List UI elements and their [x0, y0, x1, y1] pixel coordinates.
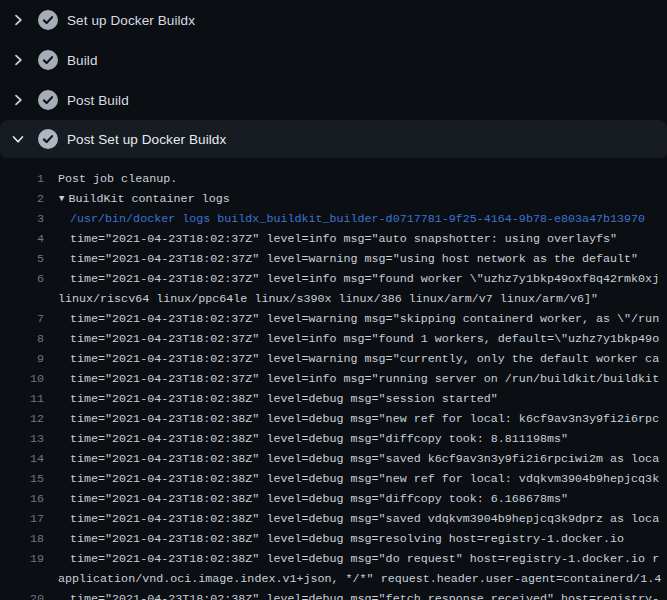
line-number[interactable]: 2: [0, 189, 44, 209]
line-number[interactable]: 17: [0, 509, 44, 529]
log-line: 19time="2021-04-23T18:02:38Z" level=debu…: [0, 549, 667, 569]
log-line: 9time="2021-04-23T18:02:37Z" level=warni…: [0, 349, 667, 369]
log-text: time="2021-04-23T18:02:38Z" level=debug …: [70, 389, 498, 409]
log-line: 20time="2021-04-23T18:02:38Z" level=debu…: [0, 589, 667, 600]
line-number[interactable]: 1: [0, 169, 44, 189]
line-number[interactable]: 11: [0, 389, 44, 409]
line-number[interactable]: 5: [0, 249, 44, 269]
log-line: 7time="2021-04-23T18:02:37Z" level=warni…: [0, 309, 667, 329]
line-number[interactable]: 4: [0, 229, 44, 249]
line-number[interactable]: 14: [0, 449, 44, 469]
log-line: 3/usr/bin/docker logs buildx_buildkit_bu…: [0, 209, 667, 229]
log-line: 13time="2021-04-23T18:02:38Z" level=debu…: [0, 429, 667, 449]
line-number[interactable]: 15: [0, 469, 44, 489]
log-command-text: /usr/bin/docker logs buildx_buildkit_bui…: [70, 209, 645, 229]
chevron-right-icon: [10, 92, 26, 108]
check-circle-icon: [38, 10, 58, 30]
log-viewer: 1Post job cleanup.2▼BuildKit container l…: [0, 158, 667, 600]
step-row-post-set-up-docker-buildx[interactable]: Post Set up Docker Buildx: [0, 120, 667, 158]
log-line: 15time="2021-04-23T18:02:38Z" level=debu…: [0, 469, 667, 489]
line-number[interactable]: 6: [0, 269, 44, 289]
line-number: [0, 569, 44, 589]
chevron-right-icon: [10, 52, 26, 68]
log-text: time="2021-04-23T18:02:37Z" level=info m…: [70, 329, 659, 349]
step-row-post-build[interactable]: Post Build: [0, 80, 667, 120]
chevron-right-icon: [10, 12, 26, 28]
log-line: 18time="2021-04-23T18:02:38Z" level=debu…: [0, 529, 667, 549]
log-text: time="2021-04-23T18:02:37Z" level=warnin…: [70, 249, 638, 269]
log-text: time="2021-04-23T18:02:38Z" level=debug …: [70, 429, 568, 449]
log-text: time="2021-04-23T18:02:38Z" level=debug …: [70, 529, 624, 549]
line-number[interactable]: 19: [0, 549, 44, 569]
log-text: time="2021-04-23T18:02:38Z" level=debug …: [70, 409, 659, 429]
step-label: Set up Docker Buildx: [67, 13, 195, 28]
log-text: time="2021-04-23T18:02:38Z" level=debug …: [70, 489, 568, 509]
log-text: time="2021-04-23T18:02:38Z" level=debug …: [70, 469, 659, 489]
log-text: time="2021-04-23T18:02:37Z" level=info m…: [70, 269, 659, 289]
log-text: time="2021-04-23T18:02:38Z" level=debug …: [70, 509, 659, 529]
log-line: 4time="2021-04-23T18:02:37Z" level=info …: [0, 229, 667, 249]
line-number[interactable]: 18: [0, 529, 44, 549]
log-line: 5time="2021-04-23T18:02:37Z" level=warni…: [0, 249, 667, 269]
step-label: Build: [67, 53, 98, 68]
log-text: time="2021-04-23T18:02:38Z" level=debug …: [70, 589, 659, 600]
log-text: time="2021-04-23T18:02:37Z" level=info m…: [70, 229, 617, 249]
log-text: time="2021-04-23T18:02:38Z" level=debug …: [70, 449, 659, 469]
line-number[interactable]: 12: [0, 409, 44, 429]
log-text: time="2021-04-23T18:02:37Z" level=warnin…: [70, 349, 659, 369]
line-number: [0, 289, 44, 309]
log-line: 1Post job cleanup.: [0, 169, 667, 189]
check-circle-icon: [38, 50, 58, 70]
log-line: 11time="2021-04-23T18:02:38Z" level=debu…: [0, 389, 667, 409]
check-circle-icon: [38, 129, 58, 149]
log-text: linux/riscv64 linux/ppc64le linux/s390x …: [58, 289, 598, 309]
log-text: time="2021-04-23T18:02:37Z" level=info m…: [70, 369, 659, 389]
log-line: 6time="2021-04-23T18:02:37Z" level=info …: [0, 269, 667, 289]
line-number[interactable]: 3: [0, 209, 44, 229]
line-number[interactable]: 13: [0, 429, 44, 449]
chevron-down-icon: [10, 131, 26, 147]
log-text: time="2021-04-23T18:02:38Z" level=debug …: [70, 549, 659, 569]
log-line: 8time="2021-04-23T18:02:37Z" level=info …: [0, 329, 667, 349]
log-line: 12time="2021-04-23T18:02:38Z" level=debu…: [0, 409, 667, 429]
log-text: time="2021-04-23T18:02:37Z" level=warnin…: [70, 309, 659, 329]
line-number[interactable]: 10: [0, 369, 44, 389]
log-line: 10time="2021-04-23T18:02:37Z" level=info…: [0, 369, 667, 389]
log-line-wrap: linux/riscv64 linux/ppc64le linux/s390x …: [0, 289, 667, 309]
line-number[interactable]: 16: [0, 489, 44, 509]
log-text: Post job cleanup.: [58, 169, 177, 189]
step-label: Post Set up Docker Buildx: [67, 132, 226, 147]
log-line: 17time="2021-04-23T18:02:38Z" level=debu…: [0, 509, 667, 529]
log-line: 14time="2021-04-23T18:02:38Z" level=debu…: [0, 449, 667, 469]
steps-list: Set up Docker Buildx Build Post Build Po…: [0, 0, 667, 158]
line-number[interactable]: 20: [0, 589, 44, 600]
line-number[interactable]: 8: [0, 329, 44, 349]
line-number[interactable]: 7: [0, 309, 44, 329]
log-line: 16time="2021-04-23T18:02:38Z" level=debu…: [0, 489, 667, 509]
log-line: 2▼BuildKit container logs: [0, 189, 667, 209]
group-toggle-triangle-icon[interactable]: ▼: [59, 189, 64, 209]
log-line-wrap: application/vnd.oci.image.index.v1+json,…: [0, 569, 667, 589]
step-label: Post Build: [67, 93, 129, 108]
step-row-set-up-docker-buildx[interactable]: Set up Docker Buildx: [0, 0, 667, 40]
step-row-build[interactable]: Build: [0, 40, 667, 80]
log-text: application/vnd.oci.image.index.v1+json,…: [58, 569, 661, 589]
log-group-title[interactable]: BuildKit container logs: [68, 189, 229, 209]
line-number[interactable]: 9: [0, 349, 44, 369]
check-circle-icon: [38, 90, 58, 110]
